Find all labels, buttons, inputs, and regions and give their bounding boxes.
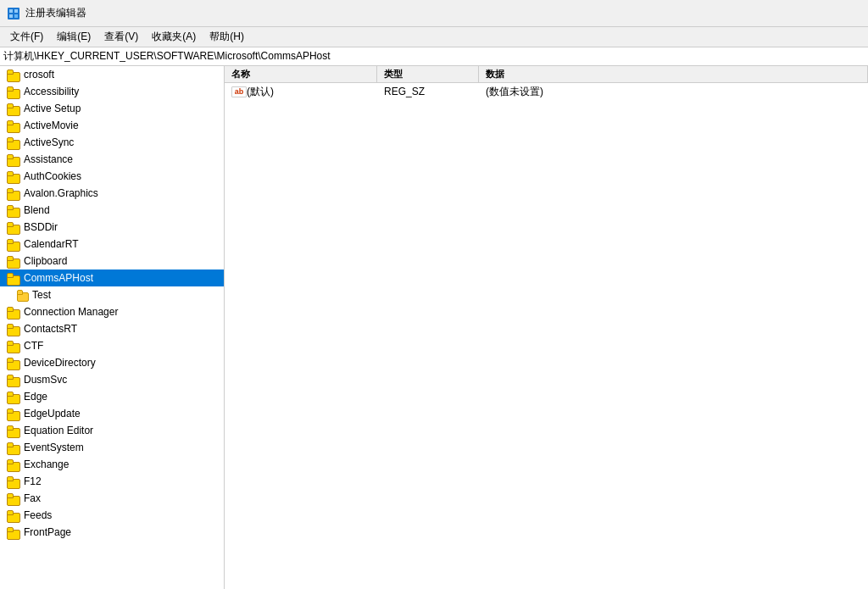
tree-item-label: EventSystem (24, 442, 84, 453)
tree-item[interactable]: ContactsRT (0, 320, 224, 337)
tree-item-label: BSDDir (24, 221, 58, 233)
tree-item-label: F12 (24, 475, 42, 487)
tree-item[interactable]: DusmSvc (0, 371, 224, 388)
tree-item[interactable]: Clipboard (0, 253, 224, 269)
folder-icon (7, 323, 20, 335)
tree-item-label: Feeds (24, 509, 52, 521)
tree-item[interactable]: Edge (0, 388, 224, 405)
tree-item[interactable]: CTF (0, 337, 224, 354)
folder-icon (7, 475, 20, 487)
registry-type-cell: REG_SZ (377, 86, 479, 97)
tree-item-label: CTF (24, 340, 43, 352)
tree-item[interactable]: Connection Manager (0, 303, 224, 320)
tree-item[interactable]: CalendarRT (0, 236, 224, 253)
tree-item[interactable]: Feeds (0, 507, 224, 524)
tree-item-label: Edge (24, 391, 47, 403)
right-pane-header: 名称 类型 数据 (225, 66, 868, 83)
tree-item[interactable]: BSDDir (0, 219, 224, 236)
tree-item[interactable]: EventSystem (0, 439, 224, 456)
tree-item-label: FrontPage (24, 526, 71, 538)
folder-icon (7, 69, 20, 81)
registry-name-cell: ab(默认) (225, 85, 377, 99)
tree-item-label: ActiveSync (24, 136, 74, 148)
tree-item-label: DeviceDirectory (24, 357, 96, 369)
menu-file[interactable]: 文件(F) (3, 28, 50, 46)
folder-icon (7, 221, 20, 233)
col-header-data[interactable]: 数据 (479, 66, 868, 82)
address-bar: 计算机\HKEY_CURRENT_USER\SOFTWARE\Microsoft… (0, 47, 868, 66)
folder-icon (7, 340, 20, 352)
folder-icon (7, 204, 20, 216)
folder-icon (7, 136, 20, 148)
tree-item-label: ActiveMovie (24, 119, 79, 131)
tree-item[interactable]: F12 (0, 473, 224, 490)
right-pane: 名称 类型 数据 ab(默认)REG_SZ(数值未设置) (225, 66, 868, 589)
tree-item[interactable]: Fax (0, 490, 224, 507)
title-bar: 注册表编辑器 (0, 0, 868, 27)
tree-item[interactable]: DeviceDirectory (0, 354, 224, 371)
left-pane: crosoftAccessibilityActive SetupActiveMo… (0, 66, 225, 589)
folder-icon (7, 306, 20, 318)
table-row[interactable]: ab(默认)REG_SZ(数值未设置) (225, 83, 868, 100)
main-area: crosoftAccessibilityActive SetupActiveMo… (0, 66, 868, 589)
tree-item-label: EdgeUpdate (24, 408, 81, 420)
menu-help[interactable]: 帮助(H) (203, 28, 251, 46)
tree-item-label: Connection Manager (24, 306, 118, 318)
col-header-name[interactable]: 名称 (225, 66, 377, 82)
tree-item[interactable]: ActiveMovie (0, 117, 224, 134)
folder-icon (7, 425, 20, 436)
folder-icon (7, 458, 20, 470)
tree-item[interactable]: CommsAPHost (0, 269, 224, 286)
folder-icon (7, 103, 20, 114)
folder-icon (7, 492, 20, 504)
tree-item-label: CalendarRT (24, 238, 78, 250)
folder-icon (7, 374, 20, 386)
col-header-type[interactable]: 类型 (377, 66, 479, 82)
tree-item-label: Exchange (24, 458, 69, 470)
tree-item[interactable]: Exchange (0, 456, 224, 473)
menu-favorites[interactable]: 收藏夹(A) (145, 28, 203, 46)
tree-item[interactable]: Assistance (0, 151, 224, 168)
tree-item-label: Test (32, 289, 51, 301)
tree-view[interactable]: crosoftAccessibilityActive SetupActiveMo… (0, 66, 224, 589)
tree-item-label: AuthCookies (24, 170, 81, 182)
menu-view[interactable]: 查看(V) (97, 28, 145, 46)
tree-item[interactable]: crosoft (0, 66, 224, 83)
svg-rect-3 (9, 14, 13, 18)
tree-item[interactable]: FrontPage (0, 524, 224, 541)
folder-icon (7, 86, 20, 97)
tree-item-label: Avalon.Graphics (24, 187, 98, 199)
tree-item[interactable]: Test (0, 286, 224, 303)
tree-item-label: Equation Editor (24, 425, 93, 436)
registry-value-icon: ab (231, 86, 247, 97)
tree-item-label: Fax (24, 492, 41, 504)
folder-icon (7, 391, 20, 403)
tree-item-label: crosoft (24, 69, 54, 81)
folder-icon (7, 272, 20, 284)
tree-item-label: CommsAPHost (24, 272, 93, 284)
folder-icon (7, 357, 20, 369)
tree-item-label: Accessibility (24, 86, 79, 97)
menu-edit[interactable]: 编辑(E) (50, 28, 97, 46)
folder-icon (7, 255, 20, 267)
folder-icon (7, 153, 20, 165)
tree-item[interactable]: AuthCookies (0, 168, 224, 185)
folder-icon (7, 170, 20, 182)
tree-item[interactable]: EdgeUpdate (0, 405, 224, 422)
tree-item-label: ContactsRT (24, 323, 77, 335)
tree-item[interactable]: Blend (0, 202, 224, 219)
folder-icon (7, 238, 20, 250)
tree-item-label: Blend (24, 204, 50, 216)
address-path: 计算机\HKEY_CURRENT_USER\SOFTWARE\Microsoft… (3, 49, 331, 64)
tree-item[interactable]: ActiveSync (0, 134, 224, 151)
tree-item[interactable]: Active Setup (0, 100, 224, 117)
tree-item[interactable]: Equation Editor (0, 422, 224, 439)
tree-item[interactable]: Accessibility (0, 83, 224, 100)
tree-item-label: Active Setup (24, 103, 81, 114)
folder-icon (7, 526, 20, 538)
tree-item[interactable]: Avalon.Graphics (0, 185, 224, 202)
registry-entries: ab(默认)REG_SZ(数值未设置) (225, 83, 868, 589)
tree-item-label: Clipboard (24, 255, 67, 267)
folder-icon (17, 290, 29, 300)
folder-icon (7, 509, 20, 521)
